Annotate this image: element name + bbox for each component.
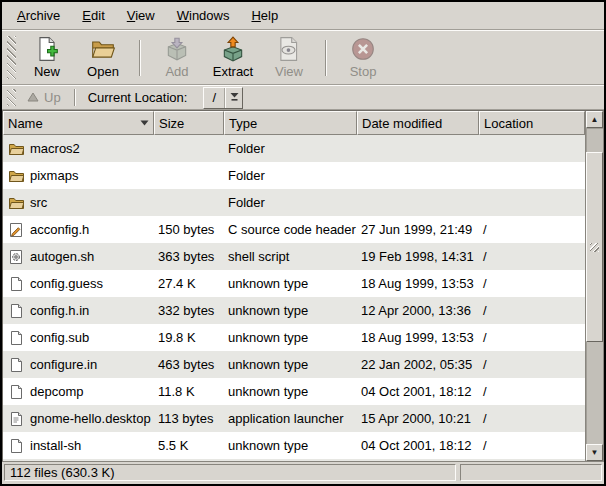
cell-location: / <box>479 405 585 432</box>
vertical-scrollbar[interactable]: ▲ ▼ <box>585 111 603 461</box>
table-row[interactable]: gnome-hello.desktop113 bytesapplication … <box>3 405 585 432</box>
open-button[interactable]: Open <box>75 33 131 83</box>
table-row[interactable]: autogen.sh363 bytesshell script19 Feb 19… <box>3 243 585 270</box>
menu-archive[interactable]: Archive <box>6 2 71 29</box>
menu-edit[interactable]: Edit <box>71 2 115 29</box>
up-button[interactable]: Up <box>19 88 69 107</box>
table-row-partial[interactable] <box>3 459 585 461</box>
table-row[interactable]: srcFolder <box>3 189 585 216</box>
menu-view[interactable]: View <box>116 2 166 29</box>
folder-icon <box>8 195 24 211</box>
column-header-size[interactable]: Size <box>154 111 224 135</box>
table-row[interactable]: depcomp11.8 Kunknown type04 Oct 2001, 18… <box>3 378 585 405</box>
cell-date: 04 Oct 2001, 18:12 <box>357 378 479 405</box>
extract-button[interactable]: Extract <box>205 33 261 83</box>
cell-text: macros2 <box>30 141 80 156</box>
cell-text: 463 bytes <box>158 357 214 372</box>
cell-text: gnome-hello.desktop <box>30 411 151 426</box>
cell-text: 22 Jan 2002, 05:35 <box>361 357 472 372</box>
cell-text: 5.5 K <box>158 438 188 453</box>
document-icon <box>8 438 24 454</box>
cell-date <box>357 189 479 216</box>
table-row[interactable]: config.guess27.4 Kunknown type18 Aug 199… <box>3 270 585 297</box>
table-row[interactable]: install-sh5.5 Kunknown type04 Oct 2001, … <box>3 432 585 459</box>
cell-text: 19 Feb 1998, 14:31 <box>361 249 474 264</box>
menu-label: Help <box>251 8 278 23</box>
document-icon <box>8 276 24 292</box>
stop-button[interactable]: Stop <box>335 33 391 83</box>
cell-location <box>479 189 585 216</box>
cell-size: 113 bytes <box>154 405 224 432</box>
table-row[interactable]: config.sub19.8 Kunknown type18 Aug 1999,… <box>3 324 585 351</box>
launcher-icon <box>8 411 24 427</box>
view-button[interactable]: View <box>261 33 317 83</box>
cell-text: unknown type <box>228 276 308 291</box>
cell-location: / <box>479 351 585 378</box>
table-row[interactable]: acconfig.h150 bytesC source code header2… <box>3 216 585 243</box>
cell-date: 15 Apr 2000, 10:21 <box>357 405 479 432</box>
column-header-label: Date modified <box>362 116 442 131</box>
arrow-down-icon: ▼ <box>591 449 599 457</box>
cell-text: configure.in <box>30 357 97 372</box>
new-document-icon <box>34 36 60 62</box>
column-header-type[interactable]: Type <box>224 111 357 135</box>
cell-text: unknown type <box>228 330 308 345</box>
scroll-up-button[interactable]: ▲ <box>586 111 603 128</box>
table-row[interactable]: config.h.in332 bytesunknown type12 Apr 2… <box>3 297 585 324</box>
toolbar-button-label: Open <box>87 64 119 79</box>
toolbar-drag-handle[interactable] <box>7 36 16 79</box>
cell-location: / <box>479 297 585 324</box>
cell-name: gnome-hello.desktop <box>3 405 154 432</box>
location-combobox-value: / <box>204 88 225 108</box>
combobox-dropdown-button[interactable] <box>225 88 242 108</box>
cell-text: 150 bytes <box>158 222 214 237</box>
add-to-archive-icon <box>164 36 190 62</box>
cell-text: install-sh <box>30 438 81 453</box>
cell-type: Folder <box>224 162 357 189</box>
table-row[interactable]: configure.in463 bytesunknown type22 Jan … <box>3 351 585 378</box>
scroll-down-button[interactable]: ▼ <box>586 444 603 461</box>
script-icon <box>8 249 24 265</box>
column-header-date-modified[interactable]: Date modified <box>357 111 479 135</box>
locationbar-drag-handle[interactable] <box>7 89 16 106</box>
menu-label: Archive <box>17 8 60 23</box>
cell-text: / <box>483 276 487 291</box>
cell-location: / <box>479 378 585 405</box>
table-row[interactable]: macros2Folder <box>3 135 585 162</box>
separator <box>74 89 76 106</box>
cell-text: / <box>483 357 487 372</box>
menu-label: Edit <box>82 8 104 23</box>
cell-size: 19.8 K <box>154 324 224 351</box>
cell-type: unknown type <box>224 270 357 297</box>
file-list: NameSizeTypeDate modifiedLocation macros… <box>3 111 585 461</box>
cell-name: config.h.in <box>3 297 154 324</box>
document-icon <box>8 384 24 400</box>
cell-date <box>357 135 479 162</box>
cell-date: 12 Apr 2000, 13:36 <box>357 297 479 324</box>
table-row[interactable]: pixmapsFolder <box>3 162 585 189</box>
cell-name: src <box>3 189 154 216</box>
menu-help[interactable]: Help <box>240 2 289 29</box>
arrow-up-icon: ▲ <box>591 116 599 124</box>
toolbar-button-label: Extract <box>213 64 253 79</box>
cell-text: Folder <box>228 168 265 183</box>
cell-text: config.sub <box>30 330 89 345</box>
cell-location: / <box>479 216 585 243</box>
status-panel-right <box>460 464 602 481</box>
column-header-name[interactable]: Name <box>3 111 154 135</box>
cell-type: unknown type <box>224 378 357 405</box>
cell-text: / <box>483 411 487 426</box>
cell-name: config.sub <box>3 324 154 351</box>
cell-type: unknown type <box>224 351 357 378</box>
new-button[interactable]: New <box>19 33 75 83</box>
cell-type: application launcher <box>224 405 357 432</box>
cell-date: 18 Aug 1999, 13:53 <box>357 324 479 351</box>
scrollbar-track[interactable] <box>586 128 603 444</box>
add-button[interactable]: Add <box>149 33 205 83</box>
menu-windows[interactable]: Windows <box>166 2 241 29</box>
column-header-location[interactable]: Location <box>479 111 585 135</box>
location-combobox[interactable]: / <box>203 87 243 109</box>
scrollbar-thumb[interactable] <box>586 152 603 342</box>
cell-size: 332 bytes <box>154 297 224 324</box>
chevron-down-icon <box>230 90 239 105</box>
